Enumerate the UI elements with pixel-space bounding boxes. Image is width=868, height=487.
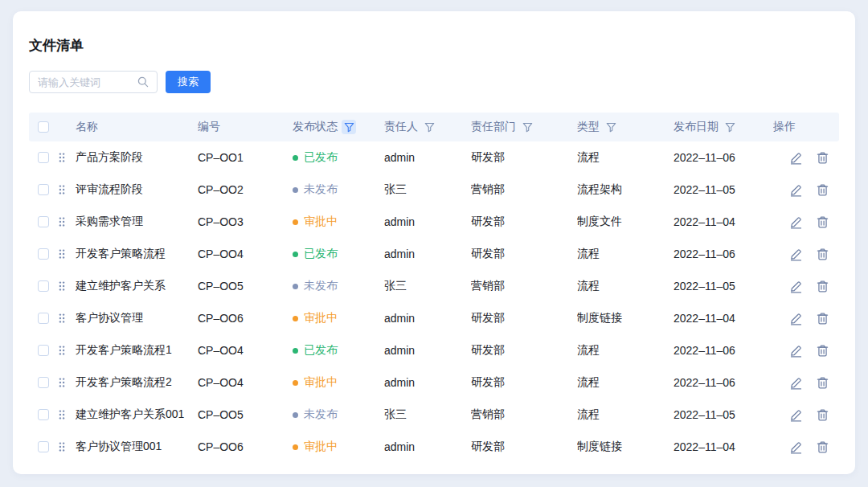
cell-type: 流程 bbox=[577, 375, 674, 390]
edit-button[interactable] bbox=[789, 183, 803, 197]
edit-button[interactable] bbox=[789, 408, 803, 422]
cell-owner: admin bbox=[384, 376, 471, 389]
delete-button[interactable] bbox=[816, 248, 829, 261]
table-row: 产品方案阶段 CP–OO1 已发布 admin 研发部 流程 2022–11–0… bbox=[29, 141, 839, 174]
edit-button[interactable] bbox=[789, 440, 803, 454]
cell-name: 建立维护客户关系 bbox=[76, 279, 198, 293]
row-checkbox-cell bbox=[29, 280, 58, 292]
edit-button[interactable] bbox=[789, 248, 803, 261]
drag-handle-icon[interactable] bbox=[58, 345, 66, 356]
edit-button[interactable] bbox=[789, 312, 803, 325]
cell-name: 评审流程阶段 bbox=[76, 182, 198, 197]
row-actions bbox=[773, 280, 839, 293]
cell-name: 建立维护客户关系001 bbox=[76, 407, 198, 422]
cell-date: 2022–11–05 bbox=[674, 183, 773, 196]
cell-date: 2022–11–04 bbox=[674, 215, 773, 228]
filter-icon[interactable] bbox=[342, 120, 356, 134]
row-actions bbox=[773, 183, 839, 197]
status-dot bbox=[293, 284, 298, 289]
cell-code: CP–OO1 bbox=[198, 151, 293, 164]
table-row: 客户协议管理 CP–OO6 审批中 admin 研发部 制度链接 2022–11… bbox=[29, 302, 839, 334]
cell-department: 研发部 bbox=[471, 440, 577, 454]
cell-type: 流程 bbox=[577, 343, 674, 358]
row-checkbox[interactable] bbox=[38, 152, 49, 163]
row-checkbox[interactable] bbox=[38, 248, 49, 260]
row-checkbox-cell bbox=[29, 152, 58, 163]
filter-icon[interactable] bbox=[520, 120, 534, 134]
cell-department: 研发部 bbox=[471, 215, 577, 229]
search-icon[interactable] bbox=[137, 76, 149, 88]
drag-handle-icon[interactable] bbox=[58, 280, 66, 292]
delete-button[interactable] bbox=[816, 151, 829, 165]
drag-handle-icon[interactable] bbox=[58, 377, 66, 388]
drag-handle-icon[interactable] bbox=[58, 409, 66, 420]
cell-department: 研发部 bbox=[471, 150, 577, 165]
status-label: 已发布 bbox=[304, 150, 338, 165]
page-title: 文件清单 bbox=[29, 37, 839, 55]
filter-icon[interactable] bbox=[604, 120, 618, 134]
row-checkbox-cell bbox=[29, 345, 58, 356]
row-actions bbox=[773, 344, 839, 358]
delete-button[interactable] bbox=[816, 408, 829, 422]
column-header-date: 发布日期 bbox=[674, 120, 773, 134]
drag-handle-icon[interactable] bbox=[58, 313, 66, 324]
drag-handle-icon[interactable] bbox=[58, 248, 66, 260]
row-drag-cell bbox=[58, 280, 76, 292]
edit-button[interactable] bbox=[789, 280, 803, 293]
cell-owner: admin bbox=[384, 151, 471, 164]
cell-code: CP–OO6 bbox=[198, 312, 293, 325]
row-checkbox[interactable] bbox=[38, 216, 49, 227]
delete-button[interactable] bbox=[816, 312, 829, 325]
edit-button[interactable] bbox=[789, 344, 803, 358]
drag-handle-icon[interactable] bbox=[58, 216, 66, 227]
search-input[interactable] bbox=[38, 76, 137, 88]
status-label: 未发布 bbox=[304, 279, 338, 293]
status-badge: 已发布 bbox=[293, 343, 384, 358]
edit-button[interactable] bbox=[789, 215, 803, 229]
filter-icon[interactable] bbox=[422, 120, 436, 134]
status-badge: 已发布 bbox=[293, 247, 384, 261]
row-checkbox[interactable] bbox=[38, 184, 49, 195]
cell-date: 2022–11–06 bbox=[674, 344, 773, 357]
cell-code: CP–OO4 bbox=[198, 344, 293, 357]
row-checkbox-cell bbox=[29, 313, 58, 324]
file-list-panel: 文件清单 搜索 名称编号发布状态责任人责任部门类型发布日期操作 bbox=[13, 11, 855, 474]
row-actions bbox=[773, 440, 839, 454]
drag-handle-icon[interactable] bbox=[58, 184, 66, 195]
column-label: 责任部门 bbox=[471, 120, 516, 134]
row-checkbox[interactable] bbox=[38, 313, 49, 324]
row-checkbox[interactable] bbox=[38, 441, 49, 452]
header-checkbox-cell bbox=[29, 121, 58, 133]
delete-button[interactable] bbox=[816, 344, 829, 358]
row-checkbox[interactable] bbox=[38, 409, 49, 420]
search-button[interactable]: 搜索 bbox=[166, 71, 211, 93]
edit-button[interactable] bbox=[789, 376, 803, 390]
edit-button[interactable] bbox=[789, 151, 803, 165]
delete-button[interactable] bbox=[816, 376, 829, 390]
status-badge: 审批中 bbox=[293, 311, 384, 325]
cell-name: 开发客户策略流程1 bbox=[76, 343, 198, 358]
filter-icon[interactable] bbox=[723, 120, 737, 134]
row-checkbox-cell bbox=[29, 377, 58, 388]
cell-type: 制度链接 bbox=[577, 440, 674, 454]
row-checkbox[interactable] bbox=[38, 280, 49, 292]
cell-code: CP–OO3 bbox=[198, 215, 293, 228]
status-badge: 未发布 bbox=[293, 182, 384, 197]
delete-button[interactable] bbox=[816, 280, 829, 293]
row-actions bbox=[773, 312, 839, 325]
cell-owner: admin bbox=[384, 344, 471, 357]
cell-department: 营销部 bbox=[471, 182, 577, 197]
row-checkbox[interactable] bbox=[38, 377, 49, 388]
table-header-row: 名称编号发布状态责任人责任部门类型发布日期操作 bbox=[29, 113, 839, 141]
select-all-checkbox[interactable] bbox=[38, 121, 49, 133]
delete-button[interactable] bbox=[816, 183, 829, 197]
cell-date: 2022–11–05 bbox=[674, 408, 773, 421]
drag-handle-icon[interactable] bbox=[58, 441, 66, 452]
row-checkbox[interactable] bbox=[38, 345, 49, 356]
column-label: 责任人 bbox=[384, 120, 418, 134]
delete-button[interactable] bbox=[816, 440, 829, 454]
cell-name: 客户协议管理001 bbox=[76, 440, 198, 454]
column-header-status: 发布状态 bbox=[293, 120, 384, 134]
delete-button[interactable] bbox=[816, 215, 829, 229]
drag-handle-icon[interactable] bbox=[58, 152, 66, 163]
